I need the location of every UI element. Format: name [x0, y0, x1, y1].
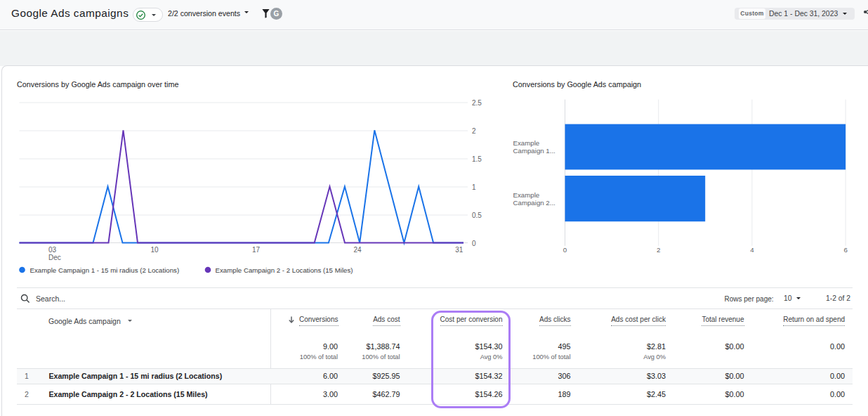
svg-text:10: 10: [150, 246, 159, 254]
svg-text:0: 0: [472, 240, 476, 247]
svg-text:31: 31: [455, 246, 463, 254]
svg-text:6: 6: [843, 246, 847, 254]
svg-text:17: 17: [252, 246, 261, 254]
svg-text:2: 2: [472, 127, 476, 135]
svg-text:Example: Example: [513, 191, 540, 199]
svg-text:4: 4: [750, 246, 754, 254]
svg-text:0.5: 0.5: [472, 212, 482, 219]
svg-text:Example Campaign 1 - 15 mi rad: Example Campaign 1 - 15 mi radius (2 Loc…: [30, 266, 180, 274]
svg-text:24: 24: [353, 246, 362, 254]
svg-text:0: 0: [563, 246, 567, 254]
svg-text:Example Campaign 2 - 2 Locatio: Example Campaign 2 - 2 Locations (15 Mil…: [216, 266, 353, 274]
svg-text:Dec: Dec: [48, 254, 61, 261]
svg-text:2.5: 2.5: [472, 99, 482, 107]
svg-text:Example: Example: [513, 139, 540, 147]
svg-text:Campaign 2...: Campaign 2...: [513, 199, 555, 207]
svg-text:1: 1: [472, 183, 476, 191]
svg-text:Campaign 1...: Campaign 1...: [513, 147, 555, 155]
svg-text:2: 2: [657, 246, 660, 254]
svg-text:03: 03: [48, 246, 57, 254]
svg-text:1.5: 1.5: [472, 155, 482, 163]
